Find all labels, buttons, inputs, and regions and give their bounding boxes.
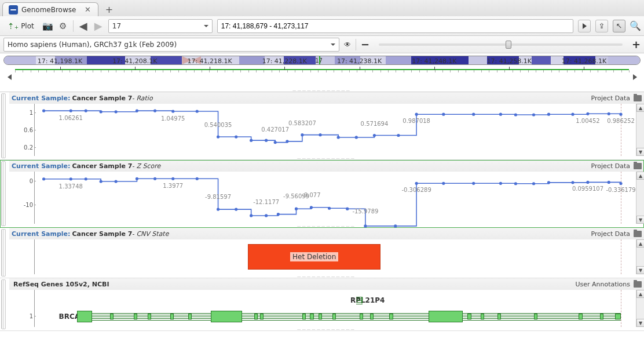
scroll-down-icon[interactable]: ▼ bbox=[636, 216, 644, 224]
scroll-up-icon[interactable]: ▲ bbox=[636, 104, 644, 112]
go-button[interactable] bbox=[578, 20, 591, 32]
folder-icon[interactable] bbox=[634, 163, 642, 169]
exon[interactable] bbox=[302, 314, 306, 319]
scroll-down-icon[interactable]: ▼ bbox=[636, 266, 644, 274]
exon[interactable] bbox=[211, 311, 242, 322]
track-scrollbar[interactable]: ▲▼ bbox=[636, 290, 644, 327]
exon[interactable] bbox=[467, 314, 471, 319]
track-zscore[interactable]: Current Sample: Cancer Sample 7 - Z Scor… bbox=[0, 160, 644, 228]
exon[interactable] bbox=[170, 314, 174, 319]
track-handle[interactable] bbox=[1, 279, 6, 329]
scroll-down-icon[interactable]: ▼ bbox=[636, 148, 644, 156]
exon[interactable] bbox=[254, 314, 258, 319]
track-genes[interactable]: RefSeq Genes 105v2, NCBIUser Annotations… bbox=[0, 278, 644, 331]
gene-RPL21P4[interactable]: RPL21P4 bbox=[35, 292, 636, 308]
zoom-handle[interactable] bbox=[506, 41, 511, 49]
svg-point-25 bbox=[514, 113, 517, 116]
track-scrollbar[interactable]: ▲▼ bbox=[636, 239, 644, 274]
exon[interactable] bbox=[110, 314, 114, 319]
scroll-down-icon[interactable]: ▼ bbox=[636, 319, 644, 327]
zoom-slider[interactable] bbox=[379, 43, 623, 46]
scroll-up-icon[interactable]: ▲ bbox=[636, 172, 644, 180]
folder-icon[interactable] bbox=[634, 281, 642, 288]
camera-icon[interactable]: 📷 bbox=[43, 21, 53, 31]
export-icon[interactable]: ⇪ bbox=[595, 20, 608, 32]
exon[interactable] bbox=[481, 314, 484, 319]
ruler[interactable]: 17: 41,198.1K17: 41,208.1K17: 41,218.1K1… bbox=[15, 69, 629, 89]
scroll-left-icon[interactable] bbox=[3, 74, 15, 82]
track-body[interactable]: ▲▼0-101.337481.3977-9.81597-12.1177-9.56… bbox=[9, 172, 644, 224]
exon[interactable] bbox=[615, 314, 621, 319]
species-select[interactable]: Homo sapiens (Human), GRCh37 g1k (Feb 20… bbox=[3, 38, 339, 52]
track-scrollbar[interactable]: ▲▼ bbox=[636, 104, 644, 156]
track-body[interactable]: ▲▼Het Deletion bbox=[9, 239, 644, 274]
folder-icon[interactable] bbox=[634, 231, 642, 237]
zoom-out-icon[interactable]: − bbox=[361, 38, 369, 50]
svg-point-38 bbox=[153, 177, 156, 180]
location-input[interactable] bbox=[217, 19, 573, 33]
track-divider[interactable]: ┄┄┄┄┄┄┄┄┄┄┄┄ bbox=[9, 274, 644, 278]
exon[interactable] bbox=[497, 314, 501, 319]
plot-area[interactable]: 1.337481.3977-9.81597-12.1177-9.56099-9.… bbox=[35, 172, 636, 224]
track-body[interactable]: ▲▼1RPL21P4BRCA1 bbox=[9, 290, 644, 327]
plot-button[interactable]: ⇡₊ Plot bbox=[3, 20, 38, 32]
y-axis: 10.60.2 bbox=[9, 104, 35, 156]
eye-icon[interactable]: 👁 bbox=[344, 41, 351, 49]
tab-genomebrowse[interactable]: GenomeBrowse ✕ bbox=[2, 2, 98, 16]
cursor-tool-icon[interactable]: ↖ bbox=[613, 20, 625, 32]
scroll-up-icon[interactable]: ▲ bbox=[636, 290, 644, 298]
svg-point-5 bbox=[136, 110, 138, 112]
gene-plot[interactable]: RPL21P4BRCA1 bbox=[35, 290, 636, 327]
track-right-label: User Annotations bbox=[575, 281, 630, 288]
exon[interactable] bbox=[77, 311, 92, 322]
exon[interactable] bbox=[429, 311, 463, 322]
track-body[interactable]: ▲▼10.60.21.062611.049750.5400350.4270170… bbox=[9, 104, 644, 156]
exon[interactable] bbox=[332, 314, 336, 319]
plot-area[interactable]: Het Deletion bbox=[35, 239, 636, 274]
track-handle[interactable] bbox=[1, 93, 6, 158]
scroll-up-icon[interactable]: ▲ bbox=[636, 239, 644, 248]
svg-point-34 bbox=[85, 177, 87, 180]
exon[interactable] bbox=[310, 314, 313, 319]
folder-icon[interactable] bbox=[634, 95, 642, 101]
track-right-label: Project Data bbox=[591, 230, 630, 238]
svg-point-29 bbox=[586, 112, 589, 115]
svg-point-46 bbox=[295, 208, 298, 210]
track-handle[interactable] bbox=[1, 161, 6, 226]
zoom-in-icon[interactable]: + bbox=[632, 38, 641, 50]
close-tab-icon[interactable]: ✕ bbox=[83, 5, 92, 14]
track-ratio[interactable]: Current Sample: Cancer Sample 7 - RatioP… bbox=[0, 92, 644, 160]
exon[interactable] bbox=[579, 314, 582, 319]
search-icon[interactable]: 🔍 bbox=[630, 21, 641, 31]
exon[interactable] bbox=[370, 314, 374, 319]
exon[interactable] bbox=[148, 314, 151, 319]
nav-forward-icon[interactable]: ▶ bbox=[93, 21, 104, 31]
plot-area[interactable]: 1.062611.049750.5400350.4270170.5832070.… bbox=[35, 104, 636, 156]
exon[interactable] bbox=[188, 314, 192, 319]
exon[interactable] bbox=[260, 314, 264, 319]
gear-icon[interactable]: ⚙ bbox=[58, 21, 68, 31]
exon[interactable] bbox=[319, 314, 322, 319]
svg-point-3 bbox=[100, 110, 103, 113]
exon[interactable] bbox=[389, 314, 393, 319]
exon[interactable] bbox=[600, 314, 603, 319]
track-scrollbar[interactable]: ▲▼ bbox=[636, 172, 644, 224]
chromosome-select[interactable]: 17 bbox=[108, 19, 213, 33]
exon[interactable] bbox=[360, 314, 363, 319]
svg-point-8 bbox=[196, 110, 199, 112]
svg-point-49 bbox=[346, 208, 349, 210]
track-handle[interactable] bbox=[1, 229, 6, 277]
scroll-right-icon[interactable] bbox=[629, 74, 641, 82]
cnv-state-box[interactable]: Het Deletion bbox=[248, 244, 380, 270]
nav-back-icon[interactable]: ◀ bbox=[78, 21, 89, 31]
track-divider[interactable]: ┄┄┄┄┄┄┄┄┄┄┄┄ bbox=[9, 327, 644, 330]
exon[interactable] bbox=[134, 314, 137, 319]
exon[interactable] bbox=[534, 314, 537, 319]
svg-point-12 bbox=[265, 139, 268, 142]
new-tab-button[interactable]: + bbox=[102, 2, 116, 16]
svg-point-43 bbox=[250, 214, 253, 217]
ideogram[interactable]: 17 bbox=[3, 56, 641, 65]
track-cnv[interactable]: Current Sample: Cancer Sample 7 - CNV St… bbox=[0, 228, 644, 278]
species-toolbar: Homo sapiens (Human), GRCh37 g1k (Feb 20… bbox=[0, 36, 644, 53]
gene-BRCA1[interactable]: BRCA1 bbox=[35, 308, 636, 325]
